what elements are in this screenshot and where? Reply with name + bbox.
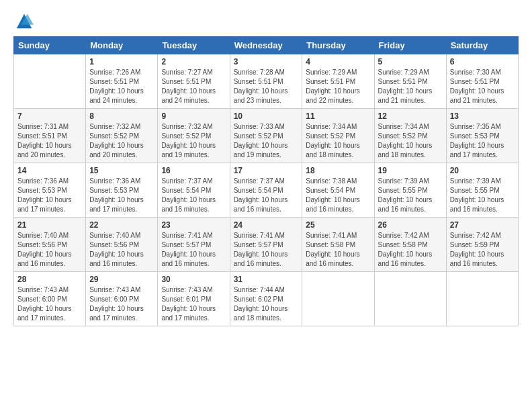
day-detail: Sunrise: 7:42 AM Sunset: 5:59 PM Dayligh… [450,231,515,269]
calendar-cell: 6Sunrise: 7:30 AM Sunset: 5:51 PM Daylig… [446,54,518,109]
day-number: 24 [234,220,299,230]
day-detail: Sunrise: 7:43 AM Sunset: 6:01 PM Dayligh… [161,285,226,323]
day-number: 2 [161,57,226,66]
day-number: 14 [17,166,82,175]
calendar-week-row: 1Sunrise: 7:26 AM Sunset: 5:51 PM Daylig… [14,54,519,109]
calendar-day-header: Monday [86,37,158,54]
header [13,12,519,28]
calendar-day-header: Thursday [302,37,374,54]
calendar-day-header: Sunday [14,37,86,54]
calendar-cell: 13Sunrise: 7:35 AM Sunset: 5:53 PM Dayli… [446,109,518,163]
day-number: 22 [89,220,154,230]
day-detail: Sunrise: 7:34 AM Sunset: 5:52 PM Dayligh… [306,122,370,160]
day-number: 4 [306,57,370,66]
calendar-cell: 26Sunrise: 7:42 AM Sunset: 5:58 PM Dayli… [374,218,446,272]
day-number: 8 [89,111,154,121]
calendar-cell: 7Sunrise: 7:31 AM Sunset: 5:51 PM Daylig… [14,109,86,163]
calendar-cell: 5Sunrise: 7:29 AM Sunset: 5:51 PM Daylig… [374,54,446,109]
calendar-cell: 12Sunrise: 7:34 AM Sunset: 5:52 PM Dayli… [374,109,446,163]
day-number: 1 [89,57,154,66]
day-detail: Sunrise: 7:41 AM Sunset: 5:57 PM Dayligh… [161,231,226,269]
day-number: 20 [450,166,515,175]
day-detail: Sunrise: 7:38 AM Sunset: 5:54 PM Dayligh… [306,177,370,214]
day-number: 15 [89,166,154,175]
calendar-cell: 29Sunrise: 7:43 AM Sunset: 6:00 PM Dayli… [86,272,158,326]
calendar-cell: 22Sunrise: 7:40 AM Sunset: 5:56 PM Dayli… [86,218,158,272]
day-detail: Sunrise: 7:36 AM Sunset: 5:53 PM Dayligh… [89,177,154,214]
day-number: 17 [234,166,299,175]
calendar-cell: 17Sunrise: 7:37 AM Sunset: 5:54 PM Dayli… [230,163,302,218]
calendar-week-row: 7Sunrise: 7:31 AM Sunset: 5:51 PM Daylig… [14,109,519,163]
day-number: 19 [378,166,443,175]
calendar-cell: 14Sunrise: 7:36 AM Sunset: 5:53 PM Dayli… [14,163,86,218]
calendar-cell: 23Sunrise: 7:41 AM Sunset: 5:57 PM Dayli… [158,218,230,272]
calendar-cell: 18Sunrise: 7:38 AM Sunset: 5:54 PM Dayli… [302,163,374,218]
calendar-cell: 3Sunrise: 7:28 AM Sunset: 5:51 PM Daylig… [230,54,302,109]
calendar-cell: 4Sunrise: 7:29 AM Sunset: 5:51 PM Daylig… [302,54,374,109]
day-number: 29 [89,275,154,284]
day-detail: Sunrise: 7:34 AM Sunset: 5:52 PM Dayligh… [378,122,443,160]
calendar-day-header: Tuesday [158,37,230,54]
page-container: SundayMondayTuesdayWednesdayThursdayFrid… [0,0,532,333]
day-detail: Sunrise: 7:32 AM Sunset: 5:52 PM Dayligh… [89,122,154,160]
calendar-cell: 28Sunrise: 7:43 AM Sunset: 6:00 PM Dayli… [14,272,86,326]
calendar-header-row: SundayMondayTuesdayWednesdayThursdayFrid… [14,37,519,54]
day-detail: Sunrise: 7:42 AM Sunset: 5:58 PM Dayligh… [378,231,443,269]
calendar-cell: 1Sunrise: 7:26 AM Sunset: 5:51 PM Daylig… [86,54,158,109]
day-detail: Sunrise: 7:33 AM Sunset: 5:52 PM Dayligh… [234,122,299,160]
day-detail: Sunrise: 7:41 AM Sunset: 5:58 PM Dayligh… [306,231,370,269]
calendar-week-row: 28Sunrise: 7:43 AM Sunset: 6:00 PM Dayli… [14,272,519,326]
day-number: 18 [306,166,370,175]
day-detail: Sunrise: 7:40 AM Sunset: 5:56 PM Dayligh… [17,231,82,269]
calendar-day-header: Friday [374,37,446,54]
calendar-cell [302,272,374,326]
day-detail: Sunrise: 7:39 AM Sunset: 5:55 PM Dayligh… [378,177,443,214]
day-detail: Sunrise: 7:28 AM Sunset: 5:51 PM Dayligh… [234,68,299,105]
day-detail: Sunrise: 7:32 AM Sunset: 5:52 PM Dayligh… [161,122,226,160]
day-number: 28 [17,275,82,284]
calendar-cell: 19Sunrise: 7:39 AM Sunset: 5:55 PM Dayli… [374,163,446,218]
day-detail: Sunrise: 7:30 AM Sunset: 5:51 PM Dayligh… [450,68,515,105]
calendar-cell: 31Sunrise: 7:44 AM Sunset: 6:02 PM Dayli… [230,272,302,326]
day-number: 13 [450,111,515,121]
calendar-cell: 27Sunrise: 7:42 AM Sunset: 5:59 PM Dayli… [446,218,518,272]
calendar-cell: 21Sunrise: 7:40 AM Sunset: 5:56 PM Dayli… [14,218,86,272]
calendar-cell: 15Sunrise: 7:36 AM Sunset: 5:53 PM Dayli… [86,163,158,218]
calendar-cell [14,54,86,109]
day-number: 16 [161,166,226,175]
day-detail: Sunrise: 7:37 AM Sunset: 5:54 PM Dayligh… [161,177,226,214]
day-detail: Sunrise: 7:36 AM Sunset: 5:53 PM Dayligh… [17,177,82,214]
day-detail: Sunrise: 7:41 AM Sunset: 5:57 PM Dayligh… [234,231,299,269]
calendar-week-row: 21Sunrise: 7:40 AM Sunset: 5:56 PM Dayli… [14,218,519,272]
day-number: 9 [161,111,226,121]
day-detail: Sunrise: 7:27 AM Sunset: 5:51 PM Dayligh… [161,68,226,105]
day-number: 26 [378,220,443,230]
calendar-week-row: 14Sunrise: 7:36 AM Sunset: 5:53 PM Dayli… [14,163,519,218]
logo-icon [15,12,34,31]
day-number: 27 [450,220,515,230]
calendar-table: SundayMondayTuesdayWednesdayThursdayFrid… [13,36,519,326]
calendar-cell: 20Sunrise: 7:39 AM Sunset: 5:55 PM Dayli… [446,163,518,218]
day-detail: Sunrise: 7:43 AM Sunset: 6:00 PM Dayligh… [17,285,82,323]
day-detail: Sunrise: 7:39 AM Sunset: 5:55 PM Dayligh… [450,177,515,214]
day-detail: Sunrise: 7:40 AM Sunset: 5:56 PM Dayligh… [89,231,154,269]
calendar-cell [446,272,518,326]
day-number: 10 [234,111,299,121]
day-detail: Sunrise: 7:26 AM Sunset: 5:51 PM Dayligh… [89,68,154,105]
calendar-cell [374,272,446,326]
day-number: 7 [17,111,82,121]
calendar-cell: 30Sunrise: 7:43 AM Sunset: 6:01 PM Dayli… [158,272,230,326]
logo [13,12,34,28]
day-detail: Sunrise: 7:29 AM Sunset: 5:51 PM Dayligh… [306,68,370,105]
calendar-cell: 10Sunrise: 7:33 AM Sunset: 5:52 PM Dayli… [230,109,302,163]
calendar-day-header: Saturday [446,37,518,54]
day-number: 23 [161,220,226,230]
calendar-cell: 2Sunrise: 7:27 AM Sunset: 5:51 PM Daylig… [158,54,230,109]
day-number: 30 [161,275,226,284]
day-number: 25 [306,220,370,230]
day-detail: Sunrise: 7:43 AM Sunset: 6:00 PM Dayligh… [89,285,154,323]
day-number: 3 [234,57,299,66]
day-number: 6 [450,57,515,66]
day-detail: Sunrise: 7:35 AM Sunset: 5:53 PM Dayligh… [450,122,515,160]
day-number: 12 [378,111,443,121]
